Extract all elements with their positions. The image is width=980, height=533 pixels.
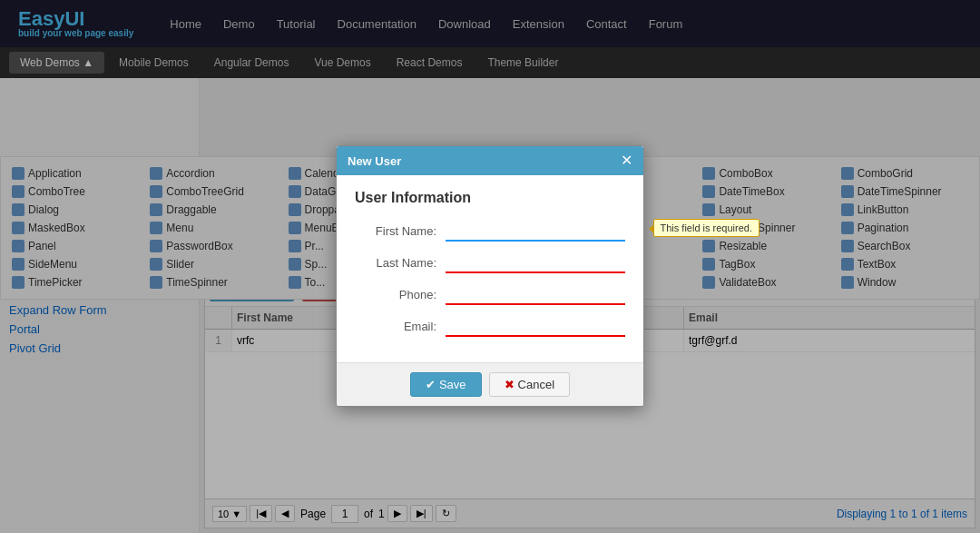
lastname-label: Last Name:: [355, 256, 436, 270]
cancel-icon: ✖: [505, 378, 514, 391]
form-title: User Information: [355, 190, 625, 206]
email-input[interactable]: [446, 316, 625, 337]
modal-body: User Information First Name: This field …: [337, 175, 643, 362]
lastname-row: Last Name:: [355, 252, 625, 273]
cancel-button[interactable]: ✖ Cancel: [489, 372, 570, 397]
required-tooltip: This field is required.: [653, 219, 760, 237]
modal-close-button[interactable]: ✕: [621, 153, 632, 168]
lastname-input[interactable]: [446, 252, 625, 273]
new-user-modal: New User ✕ User Information First Name: …: [336, 145, 644, 407]
firstname-input[interactable]: [446, 221, 625, 242]
firstname-label: First Name:: [355, 224, 436, 238]
modal-overlay: New User ✕ User Information First Name: …: [0, 0, 980, 533]
checkmark-icon: ✔: [426, 378, 436, 391]
phone-label: Phone:: [355, 288, 436, 301]
firstname-row: First Name: This field is required.: [355, 221, 625, 242]
cancel-label: Cancel: [518, 378, 554, 391]
save-label: Save: [439, 378, 466, 391]
email-row: Email:: [355, 316, 625, 337]
phone-row: Phone:: [355, 284, 625, 305]
modal-footer: ✔ Save ✖ Cancel: [337, 362, 643, 406]
save-button[interactable]: ✔ Save: [410, 372, 482, 397]
email-label: Email:: [355, 320, 436, 333]
phone-input[interactable]: [446, 284, 625, 305]
modal-title: New User: [348, 154, 401, 168]
modal-header: New User ✕: [337, 146, 643, 175]
page-wrapper: EasyUI build your web page easily Home D…: [0, 0, 980, 533]
